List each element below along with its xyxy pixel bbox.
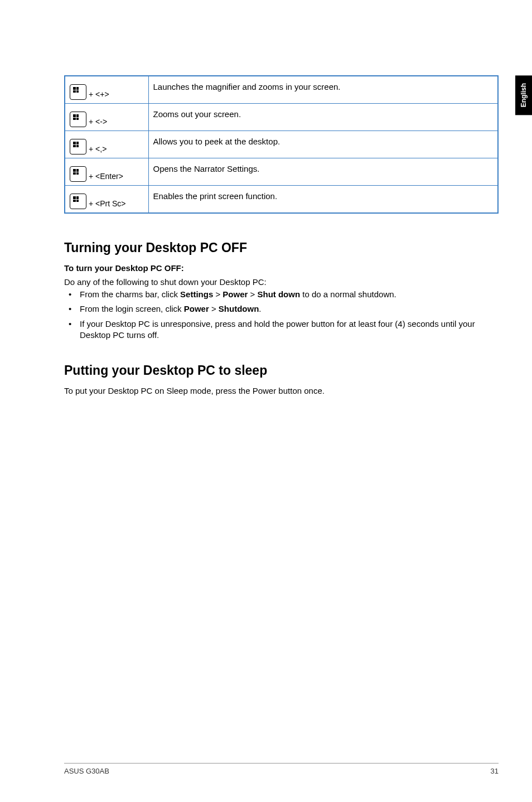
shortcut-desc: Opens the Narrator Settings. bbox=[148, 158, 498, 186]
footer-page: 31 bbox=[491, 767, 499, 775]
heading-turn-off: Turning your Desktop PC OFF bbox=[64, 240, 499, 255]
shortcut-key: + <Prt Sc> bbox=[65, 186, 148, 214]
shortcut-desc: Zooms out your screen. bbox=[148, 104, 498, 131]
shortcut-key: + <,> bbox=[65, 131, 148, 158]
list-item: If your Desktop PC is unresponsive, pres… bbox=[64, 318, 499, 341]
shortcut-desc: Allows you to peek at the desktop. bbox=[148, 131, 498, 158]
key-suffix: + <Prt Sc> bbox=[89, 199, 126, 209]
key-suffix: + <,> bbox=[89, 144, 107, 154]
language-tab: English bbox=[515, 75, 532, 115]
table-row: + <,> Allows you to peek at the desktop. bbox=[65, 131, 498, 158]
intro-turn-off: Do any of the following to shut down you… bbox=[64, 277, 499, 287]
shortcuts-table: + <+> Launches the magnifier and zooms i… bbox=[64, 75, 499, 214]
shortcut-key: + <Enter> bbox=[65, 158, 148, 186]
subhead-turn-off: To turn your Desktop PC OFF: bbox=[64, 263, 499, 273]
steps-list: From the charms bar, click Settings > Po… bbox=[64, 289, 499, 341]
windows-key-icon bbox=[70, 84, 86, 100]
key-suffix: + <Enter> bbox=[89, 172, 123, 182]
key-suffix: + <-> bbox=[89, 117, 107, 127]
table-row: + <+> Launches the magnifier and zooms i… bbox=[65, 76, 498, 104]
list-item: From the charms bar, click Settings > Po… bbox=[64, 289, 499, 300]
page-content: + <+> Launches the magnifier and zooms i… bbox=[0, 0, 532, 395]
table-row: + <Prt Sc> Enables the print screen func… bbox=[65, 186, 498, 214]
shortcut-key: + <+> bbox=[65, 76, 148, 104]
shortcut-desc: Launches the magnifier and zooms in your… bbox=[148, 76, 498, 104]
table-row: + <Enter> Opens the Narrator Settings. bbox=[65, 158, 498, 186]
windows-key-icon bbox=[70, 166, 86, 182]
list-item: From the login screen, click Power > Shu… bbox=[64, 303, 499, 315]
windows-key-icon bbox=[70, 112, 86, 127]
table-row: + <-> Zooms out your screen. bbox=[65, 104, 498, 131]
shortcut-key: + <-> bbox=[65, 104, 148, 131]
windows-key-icon bbox=[70, 194, 86, 209]
body-sleep: To put your Desktop PC on Sleep mode, pr… bbox=[64, 386, 499, 395]
heading-sleep: Putting your Desktop PC to sleep bbox=[64, 363, 499, 378]
footer-model: ASUS G30AB bbox=[64, 767, 109, 775]
key-suffix: + <+> bbox=[89, 90, 109, 100]
shortcut-desc: Enables the print screen function. bbox=[148, 186, 498, 214]
footer: ASUS G30AB 31 bbox=[64, 763, 499, 775]
windows-key-icon bbox=[70, 139, 86, 154]
